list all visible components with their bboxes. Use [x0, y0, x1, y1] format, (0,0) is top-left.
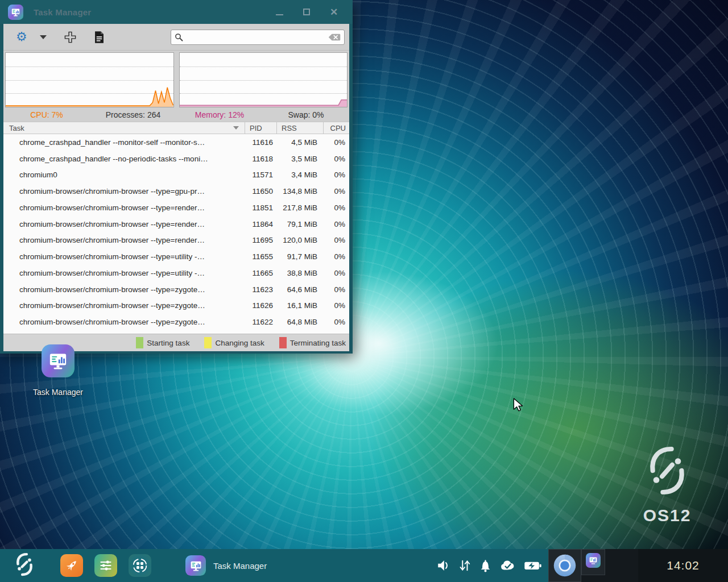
- cell-pid: 11571: [245, 171, 276, 179]
- table-row[interactable]: chromium-browser/chromium-browser --type…: [3, 314, 349, 330]
- battery-icon[interactable]: [523, 558, 543, 573]
- table-row[interactable]: chromium-browser/chromium-browser --type…: [3, 248, 349, 265]
- monitor-chart-icon: [47, 350, 69, 372]
- desktop: Task Manager ✕ ⚙: [0, 0, 728, 582]
- mouse-cursor: [512, 398, 524, 411]
- processes-count-label: Processes: 264: [90, 110, 176, 119]
- terminating-task-swatch: [279, 337, 287, 348]
- desktop-shortcut-task-manager[interactable]: Task Manager: [32, 344, 84, 397]
- sliders-icon: [98, 558, 113, 573]
- volume-icon[interactable]: [436, 558, 451, 573]
- clock-area[interactable]: 14:02: [638, 549, 728, 582]
- cell-cpu: 0%: [323, 269, 349, 277]
- search-input[interactable]: [187, 33, 325, 41]
- usage-graphs: [3, 51, 349, 107]
- close-button[interactable]: ✕: [329, 7, 339, 17]
- table-row[interactable]: chromium-browser/chromium-browser --type…: [3, 216, 349, 232]
- table-row[interactable]: chrome_crashpad_handler --no-periodic-ta…: [3, 151, 349, 167]
- cell-cpu: 0%: [323, 252, 349, 261]
- cell-task: chromium-browser/chromium-browser --type…: [3, 220, 245, 228]
- memory-usage-label: Memory: 12%: [176, 110, 263, 119]
- settings-gear-button[interactable]: ⚙: [16, 31, 27, 43]
- show-details-button[interactable]: [94, 31, 105, 44]
- cell-task: chromium-browser/chromium-browser --type…: [3, 252, 245, 261]
- cell-pid: 11655: [245, 252, 276, 261]
- legend-starting-task: Starting task: [136, 337, 189, 348]
- table-row[interactable]: chromium-browser/chromium-browser --type…: [3, 183, 349, 199]
- cell-pid: 11695: [245, 236, 276, 244]
- cell-rss: 4,5 MiB: [276, 138, 323, 147]
- dock: Task Manager: [0, 551, 267, 580]
- cell-pid: 11864: [245, 220, 276, 228]
- column-header-rss[interactable]: RSS: [276, 122, 323, 134]
- system-tray: [436, 558, 548, 573]
- cell-task: chromium-browser/chromium-browser --type…: [3, 203, 245, 212]
- cell-rss: 91,7 MiB: [276, 252, 323, 261]
- cell-pid: 11622: [245, 318, 276, 326]
- document-icon: [94, 31, 105, 44]
- cpu-usage-label: CPU: 7%: [3, 110, 90, 119]
- cell-task: chrome_crashpad_handler --no-periodic-ta…: [3, 155, 245, 163]
- memory-history-sparkline: [180, 53, 348, 107]
- notifications-bell-icon[interactable]: [478, 558, 493, 573]
- chromium-window-tile[interactable]: [548, 549, 581, 582]
- clear-search-icon[interactable]: [328, 33, 341, 41]
- table-row[interactable]: chromium-browser/chromium-browser --type…: [3, 265, 349, 281]
- os12-menu-button[interactable]: [13, 551, 36, 580]
- table-row[interactable]: chrome_crashpad_handler --monitor-self -…: [3, 134, 349, 151]
- cell-rss: 64,8 MiB: [276, 318, 323, 326]
- window-titlebar[interactable]: Task Manager ✕: [0, 0, 353, 24]
- identify-window-button[interactable]: [64, 31, 77, 44]
- table-row[interactable]: chromium-browser/chromium-browser --type…: [3, 199, 349, 216]
- task-manager-app-icon: [8, 5, 23, 20]
- taskbar-window-button-label: Task Manager: [213, 561, 267, 571]
- cell-pid: 11616: [245, 138, 276, 147]
- clock: 14:02: [667, 559, 700, 572]
- sort-desc-icon: [233, 126, 239, 130]
- minimize-button[interactable]: [274, 7, 284, 17]
- monitor-chart-icon: [10, 7, 21, 18]
- task-manager-app-icon: [185, 555, 206, 576]
- cell-rss: 16,1 MiB: [276, 301, 323, 310]
- network-arrows-icon[interactable]: [458, 558, 471, 573]
- changing-task-swatch: [204, 337, 212, 348]
- cell-pid: 11851: [245, 203, 276, 212]
- stats-bar: CPU: 7% Processes: 264 Memory: 12% Swap:…: [3, 107, 349, 122]
- memory-graph: [179, 52, 348, 107]
- cloud-sync-icon[interactable]: [499, 558, 516, 573]
- os12-logo: [646, 444, 689, 497]
- cell-pid: 11650: [245, 187, 276, 196]
- cell-rss: 79,1 MiB: [276, 220, 323, 228]
- toolbar: ⚙: [3, 24, 349, 51]
- table-row[interactable]: chromium-browser/chromium-browser --type…: [3, 232, 349, 249]
- chevron-down-icon[interactable]: [40, 35, 47, 39]
- taskmanager-tray-tile[interactable]: [581, 549, 605, 575]
- rocket-launcher-button[interactable]: [60, 554, 83, 577]
- cell-cpu: 0%: [323, 220, 349, 228]
- maximize-button[interactable]: [301, 7, 312, 17]
- column-header-cpu[interactable]: CPU: [323, 122, 349, 134]
- settings-sliders-button[interactable]: [94, 554, 117, 577]
- column-header-pid[interactable]: PID: [245, 122, 276, 134]
- cell-pid: 11623: [245, 285, 276, 294]
- cell-task: chromium-browser/chromium-browser --type…: [3, 187, 245, 196]
- desktop-icon-label: Task Manager: [33, 388, 83, 397]
- taskbar-window-button-task-manager[interactable]: Task Manager: [185, 555, 267, 576]
- column-header-task[interactable]: Task: [3, 122, 245, 134]
- process-table-body: chrome_crashpad_handler --monitor-self -…: [3, 134, 349, 334]
- table-row[interactable]: chromium-browser/chromium-browser --type…: [3, 281, 349, 298]
- table-row[interactable]: chromium0115713,4 MiB0%: [3, 167, 349, 184]
- cell-cpu: 0%: [323, 318, 349, 326]
- app-grid-icon: [130, 556, 150, 575]
- app-grid-button[interactable]: [129, 554, 151, 577]
- starting-task-swatch: [136, 337, 143, 348]
- cell-cpu: 0%: [323, 187, 349, 196]
- taskbar-spacer: [605, 549, 638, 582]
- cell-task: chromium-browser/chromium-browser --type…: [3, 318, 245, 326]
- cell-task: chrome_crashpad_handler --monitor-self -…: [3, 138, 245, 147]
- table-row[interactable]: chromium-browser/chromium-browser --type…: [3, 298, 349, 314]
- task-manager-app-icon: [42, 344, 75, 377]
- os12-logo-icon: [13, 551, 36, 577]
- wallpaper-brand: OS12: [636, 444, 698, 525]
- search-box[interactable]: [171, 30, 345, 45]
